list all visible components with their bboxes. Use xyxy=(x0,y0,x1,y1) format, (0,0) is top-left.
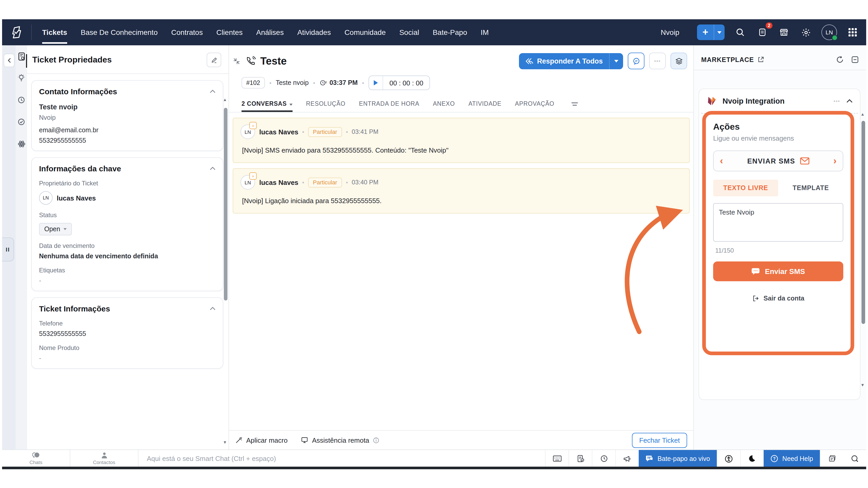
collapse-panel-button[interactable] xyxy=(4,54,14,67)
conversation-item[interactable]: LN≡ lucas Naves Particular 03:41 PM [Nvo… xyxy=(233,118,690,163)
announcements-button[interactable] xyxy=(615,450,639,467)
status-dropdown[interactable]: Open xyxy=(39,223,71,236)
timer-play-button[interactable] xyxy=(369,76,383,90)
nav-tab-atividades[interactable]: Atividades xyxy=(297,28,331,36)
notes-button[interactable] xyxy=(820,450,843,467)
scroll-up-icon[interactable]: ▲ xyxy=(223,97,227,102)
chats-button[interactable]: Chats xyxy=(2,450,70,467)
history-rail-button[interactable] xyxy=(17,95,26,105)
marketplace-scrollbar[interactable] xyxy=(862,121,865,324)
add-dropdown-caret[interactable] xyxy=(714,31,724,34)
nav-tab-analises[interactable]: Análises xyxy=(256,28,284,36)
owner-row[interactable]: LN lucas Naves xyxy=(39,191,216,205)
nav-tab-base-de-conhecimento[interactable]: Base De Conhecimento xyxy=(81,28,158,36)
carousel-next-button[interactable]: › xyxy=(833,156,837,165)
carousel-prev-button[interactable]: ‹ xyxy=(720,156,723,165)
nav-tab-comunidade[interactable]: Comunidade xyxy=(344,28,386,36)
edit-properties-button[interactable] xyxy=(207,53,221,67)
telefone-value[interactable]: 5532955555555 xyxy=(39,330,216,337)
tab-resolucao[interactable]: RESOLUÇÃO xyxy=(306,100,346,112)
contact-phone[interactable]: 5532955555555 xyxy=(39,137,216,144)
suggestions-rail-button[interactable] xyxy=(17,73,26,83)
task-status-button[interactable] xyxy=(568,450,592,467)
action-carousel: ‹ ENVIAR SMS › xyxy=(713,151,843,171)
key-info-header[interactable]: Informações da chave xyxy=(39,164,216,173)
recent-activity-button[interactable] xyxy=(592,450,615,467)
refresh-icon[interactable] xyxy=(836,56,844,64)
chevron-up-icon[interactable] xyxy=(210,167,216,170)
thread-filter-icon[interactable] xyxy=(571,101,578,106)
need-help-button[interactable]: ? Need Help xyxy=(764,450,820,467)
carousel-current[interactable]: ENVIAR SMS xyxy=(723,157,833,165)
nav-tab-contratos[interactable]: Contratos xyxy=(171,28,203,36)
contact-info-header[interactable]: Contato Informações xyxy=(39,87,216,96)
smart-chat-input[interactable] xyxy=(138,450,545,467)
ticket-id-badge[interactable]: #102 xyxy=(242,77,265,89)
nav-tab-bate-papo[interactable]: Bate-Papo xyxy=(433,28,467,36)
keyboard-shortcuts-button[interactable] xyxy=(545,450,568,467)
tab-conversas[interactable]: 2 CONVERSAS xyxy=(242,100,292,112)
zoho-desk-logo[interactable] xyxy=(2,26,31,39)
collapse-view-icon[interactable] xyxy=(233,58,240,64)
remote-assist-button[interactable]: Assistência remota xyxy=(301,436,380,444)
chevron-up-icon[interactable] xyxy=(846,99,852,103)
add-button[interactable]: + xyxy=(697,25,724,40)
tab-entrada-de-hora[interactable]: ENTRADA DE HORA xyxy=(359,100,419,112)
contact-email[interactable]: email@email.com.br xyxy=(39,127,216,134)
tab-template[interactable]: TEMPLATE xyxy=(778,180,843,196)
conversation-author[interactable]: lucas Naves xyxy=(259,178,298,186)
reply-all-button[interactable]: Responder A Todos xyxy=(519,53,623,69)
ticket-contact-link[interactable]: Teste nvoip xyxy=(276,79,308,87)
nav-tab-clientes[interactable]: Clientes xyxy=(216,28,243,36)
ticket-info-title: Ticket Informações xyxy=(39,304,110,313)
contacts-button[interactable]: Contactos xyxy=(70,450,138,467)
collapse-all-button[interactable] xyxy=(671,53,687,69)
ticket-properties-rail-button[interactable] xyxy=(17,52,26,61)
conversation-item[interactable]: LN≡ lucas Naves Particular 03:40 PM [Nvo… xyxy=(233,168,690,214)
apply-macro-button[interactable]: Aplicar macro xyxy=(235,436,288,444)
related-entities-rail-button[interactable] xyxy=(17,139,26,148)
tab-aprovacao[interactable]: APROVAÇÃO xyxy=(515,100,554,112)
live-chat-label: Bate-papo ao vivo xyxy=(657,455,710,462)
ticket-info-header[interactable]: Ticket Informações xyxy=(39,304,216,313)
live-chat-button[interactable]: Bate-papo ao vivo xyxy=(639,450,717,467)
nav-tab-tickets[interactable]: Tickets xyxy=(42,28,67,36)
contact-name[interactable]: Teste nvoip xyxy=(39,103,216,111)
scroll-up-icon[interactable]: ▲ xyxy=(861,112,865,117)
more-options-button[interactable]: ◦◦◦ xyxy=(649,53,666,69)
minimize-panel-icon[interactable] xyxy=(851,56,859,64)
chevron-up-icon[interactable] xyxy=(210,90,216,93)
drawer-drag-handle[interactable]: II xyxy=(2,238,14,262)
close-ticket-button[interactable]: Fechar Ticket xyxy=(632,432,687,448)
tab-anexo[interactable]: ANEXO xyxy=(433,100,455,112)
chevron-up-icon[interactable] xyxy=(210,307,216,310)
settings-button[interactable] xyxy=(800,26,812,38)
properties-scrollbar[interactable] xyxy=(224,108,227,301)
external-link-icon[interactable] xyxy=(757,56,765,63)
tab-texto-livre[interactable]: TEXTO LIVRE xyxy=(713,180,778,196)
nav-tab-im[interactable]: IM xyxy=(481,28,489,36)
doc-check-icon xyxy=(577,455,584,462)
accessibility-button[interactable] xyxy=(717,450,740,467)
widget-more-icon[interactable]: ◦◦◦ xyxy=(834,98,840,104)
reply-dropdown-caret[interactable] xyxy=(610,60,623,62)
conversation-author[interactable]: lucas Naves xyxy=(259,128,298,136)
sms-message-input[interactable]: Teste Nvoip xyxy=(713,203,843,242)
dark-mode-button[interactable] xyxy=(740,450,764,467)
scroll-down-icon[interactable]: ▼ xyxy=(861,383,865,388)
tab-atividade[interactable]: ATIVIDADE xyxy=(468,100,501,112)
more-icon: ◦◦◦ xyxy=(654,58,660,64)
user-avatar[interactable]: LN xyxy=(822,25,837,40)
nav-tab-social[interactable]: Social xyxy=(399,28,419,36)
approvals-rail-button[interactable] xyxy=(17,117,26,127)
comment-button[interactable] xyxy=(628,53,644,69)
logout-button[interactable]: Sair da conta xyxy=(713,295,843,302)
search-button[interactable] xyxy=(734,26,746,38)
nav-tab-nvoip[interactable]: Nvoip xyxy=(660,28,679,36)
apps-grid-button[interactable] xyxy=(846,26,859,38)
notifications-button[interactable]: 2 xyxy=(756,26,768,38)
marketplace-button[interactable] xyxy=(778,26,790,38)
send-sms-button[interactable]: Enviar SMS xyxy=(713,262,843,281)
scroll-down-icon[interactable]: ▼ xyxy=(223,440,227,445)
zoom-search-button[interactable] xyxy=(843,450,866,467)
